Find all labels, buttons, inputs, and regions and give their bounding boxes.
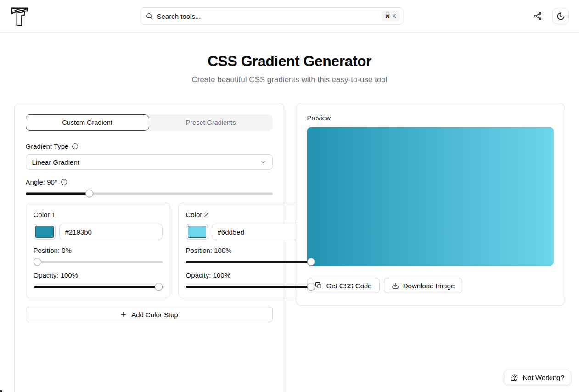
- tab-custom-gradient[interactable]: Custom Gradient: [26, 114, 149, 131]
- angle-slider[interactable]: [26, 190, 273, 197]
- color2-position-slider[interactable]: [186, 258, 315, 266]
- preview-panel: Preview Get CSS Code Download Image: [296, 103, 565, 306]
- get-css-code-button[interactable]: Get CSS Code: [307, 278, 380, 293]
- color1-opacity-slider[interactable]: [34, 283, 163, 291]
- angle-label-row: Angle: 90°: [26, 178, 273, 186]
- tab-preset-gradients[interactable]: Preset Gradients: [149, 114, 273, 131]
- add-color-stop-button[interactable]: Add Color Stop: [26, 307, 273, 322]
- moon-icon: [557, 12, 565, 21]
- slider-fill: [186, 261, 315, 263]
- slider-thumb[interactable]: [85, 190, 93, 197]
- slider-fill: [26, 192, 88, 195]
- download-image-label: Download Image: [403, 282, 455, 290]
- plus-icon: [120, 311, 127, 318]
- slider-track: [34, 261, 163, 263]
- gradient-type-select[interactable]: Linear Gradient: [26, 154, 273, 170]
- download-icon: [392, 282, 399, 289]
- color1-position-slider[interactable]: [34, 258, 163, 266]
- share-button[interactable]: [532, 11, 543, 22]
- page-title: CSS Gradient Generator: [0, 53, 579, 70]
- not-working-label: Not Working?: [523, 374, 564, 381]
- chevron-down-icon: [260, 159, 267, 166]
- slider-thumb[interactable]: [155, 283, 163, 291]
- gradient-preview: [307, 127, 554, 266]
- slider-thumb[interactable]: [307, 258, 315, 266]
- copy-icon: [315, 282, 322, 289]
- download-image-button[interactable]: Download Image: [384, 278, 463, 293]
- slider-fill: [186, 286, 315, 288]
- main-content: Custom Gradient Preset Gradients Gradien…: [0, 103, 579, 392]
- color1-hex-input[interactable]: [59, 224, 163, 240]
- get-css-code-label: Get CSS Code: [326, 282, 372, 290]
- page-subtitle: Create beautiful CSS gradients with this…: [0, 75, 579, 84]
- gradient-type-label-row: Gradient Type: [26, 142, 273, 150]
- editor-tabs: Custom Gradient Preset Gradients: [26, 114, 273, 131]
- angle-label: Angle: 90°: [26, 178, 57, 186]
- search-shortcut-badge: ⌘ K: [382, 11, 399, 21]
- gradient-type-label: Gradient Type: [26, 142, 69, 150]
- header-center: ⌘ K: [29, 7, 532, 25]
- not-working-button[interactable]: Not Working?: [504, 370, 571, 385]
- brand-logo[interactable]: [10, 5, 29, 27]
- page-hero: CSS Gradient Generator Create beautiful …: [0, 53, 579, 84]
- info-icon: [72, 143, 79, 150]
- gradient-type-value: Linear Gradient: [32, 158, 79, 166]
- color1-swatch-row: [34, 224, 163, 240]
- theme-toggle-button[interactable]: [552, 8, 569, 24]
- share-icon: [533, 11, 542, 21]
- preview-actions: Get CSS Code Download Image: [307, 278, 554, 294]
- chat-question-icon: [511, 374, 518, 381]
- color2-opacity-slider[interactable]: [186, 283, 315, 291]
- search-input[interactable]: [157, 12, 382, 20]
- preview-label: Preview: [307, 114, 554, 122]
- color1-position-label: Position: 0%: [34, 246, 163, 254]
- color1-swatch: [35, 226, 54, 238]
- slider-fill: [34, 286, 163, 288]
- gradient-editor-panel: Custom Gradient Preset Gradients Gradien…: [14, 103, 284, 392]
- color1-opacity-label: Opacity: 100%: [34, 271, 163, 279]
- color-stops-grid: Color 1 Position: 0% Opacity: 100%: [26, 203, 273, 298]
- slider-thumb[interactable]: [34, 258, 41, 266]
- brand-t-flag-icon: [10, 5, 29, 27]
- search-icon: [146, 12, 153, 20]
- add-color-stop-label: Add Color Stop: [131, 311, 178, 319]
- header-actions: [532, 8, 569, 24]
- info-icon: [61, 179, 67, 185]
- color-stop-card-1: Color 1 Position: 0% Opacity: 100%: [26, 203, 170, 298]
- slider-thumb[interactable]: [307, 283, 315, 291]
- color1-label: Color 1: [34, 211, 163, 218]
- top-header: ⌘ K: [0, 0, 579, 33]
- color2-swatch-button[interactable]: [186, 224, 208, 240]
- color1-swatch-button[interactable]: [34, 224, 56, 240]
- search-bar[interactable]: ⌘ K: [140, 7, 404, 25]
- color2-swatch: [188, 226, 206, 238]
- bottom-left-artifact: [0, 390, 2, 392]
